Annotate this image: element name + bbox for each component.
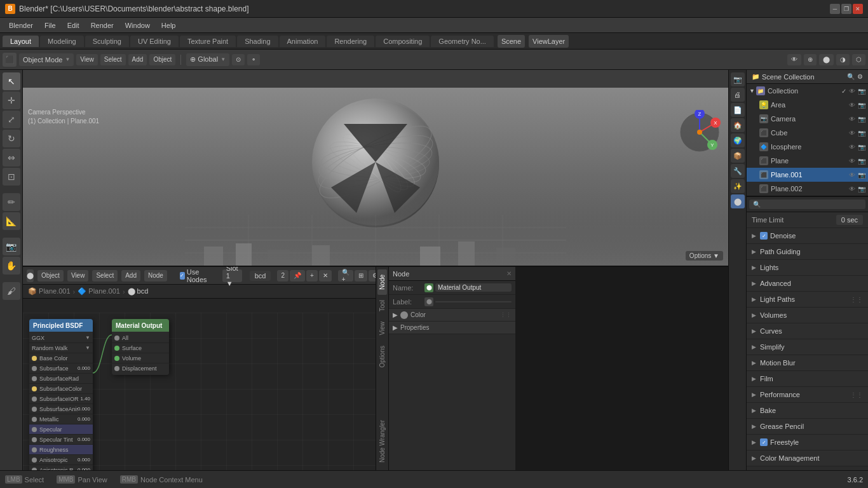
bake-header[interactable]: ▶ Bake (747, 403, 868, 418)
cube-eye[interactable]: 👁 (849, 130, 855, 137)
scale-tool[interactable]: ⇔ (3, 149, 20, 166)
path-guiding-header[interactable]: ▶ Path Guiding (747, 244, 868, 259)
np-color-section[interactable]: ▶ Color ⋮⋮ (389, 309, 515, 322)
tab-compositing[interactable]: Compositing (376, 36, 430, 47)
props-material-icon[interactable]: ⬤ (731, 194, 745, 208)
denoise-checkbox[interactable]: ✓ (760, 232, 768, 240)
outliner-item-cube[interactable]: ⬛ Cube 👁 📷 (747, 126, 868, 140)
np-color-settings-icon[interactable]: ⋮⋮ (500, 312, 512, 318)
camera-tool[interactable]: 📷 (3, 238, 20, 255)
side-tab-tool[interactable]: Tool (377, 295, 387, 316)
slot-dropdown[interactable]: Slot 1 ▼ (222, 269, 242, 282)
add-button[interactable]: Add (128, 54, 147, 65)
light-paths-header[interactable]: ▶ Light Paths ⋮⋮ (747, 292, 868, 307)
proportional-button[interactable]: ⚬ (247, 54, 260, 65)
props-output-icon[interactable]: 🖨 (731, 88, 745, 102)
curves-header[interactable]: ▶ Curves (747, 323, 868, 339)
breadcrumb-plane001[interactable]: 📦 Plane.001 (28, 287, 71, 295)
transform-tool[interactable]: ⊡ (3, 168, 20, 186)
props-object-icon[interactable]: 📦 (731, 149, 745, 163)
use-nodes-checkbox[interactable]: ✓ (180, 272, 185, 280)
hand-tool[interactable]: ✋ (3, 257, 20, 274)
cube-render[interactable]: 📷 (858, 130, 865, 137)
select-button[interactable]: Select (100, 54, 126, 65)
cursor-tool[interactable]: ✛ (3, 92, 20, 109)
outliner-filter[interactable]: 🔍 (847, 73, 855, 80)
annotate-tool[interactable]: ✏ (3, 193, 20, 211)
collection-eye[interactable]: 👁 (849, 88, 855, 95)
menu-edit[interactable]: Edit (62, 20, 85, 30)
ico-eye[interactable]: 👁 (849, 144, 855, 151)
rotate-tool[interactable]: ↻ (3, 130, 20, 147)
use-nodes-checkbox-row[interactable]: ✓ Use Nodes (180, 268, 210, 283)
snap-button[interactable]: ⊙ (232, 54, 245, 65)
side-tab-options[interactable]: Options (377, 341, 387, 372)
ne-settings[interactable]: ⚙ (369, 270, 376, 281)
outliner-item-camera[interactable]: 📷 Camera 👁 📷 (747, 112, 868, 126)
viewlayer-selector[interactable]: ViewLayer (529, 35, 569, 48)
wireframe-button[interactable]: ⬡ (852, 54, 865, 65)
outliner-settings[interactable]: ⚙ (857, 73, 863, 80)
freestyle-header[interactable]: ▶ ✓ Freestyle (747, 435, 868, 450)
grease-pencil-header[interactable]: ▶ Grease Pencil (747, 419, 868, 434)
volumes-header[interactable]: ▶ Volumes (747, 308, 868, 323)
menu-help[interactable]: Help (156, 20, 181, 30)
collection-vis-checkbox[interactable]: ✓ (841, 88, 846, 95)
props-modifier-icon[interactable]: 🔧 (731, 164, 745, 178)
tab-layout[interactable]: Layout (3, 36, 39, 47)
viewport-canvas[interactable]: Camera Perspective (1) Collection | Plan… (23, 88, 728, 266)
color-management-header[interactable]: ▶ Color Management (747, 451, 868, 466)
ne-add-button[interactable]: Add (121, 270, 140, 281)
np-properties-section[interactable]: ▶ Properties (389, 322, 515, 334)
side-tab-view[interactable]: View (377, 316, 387, 341)
outliner-item-plane[interactable]: ⬛ Plane 👁 📷 (747, 154, 868, 168)
menu-blender[interactable]: Blender (4, 20, 38, 30)
lights-header[interactable]: ▶ Lights (747, 260, 868, 275)
time-limit-value[interactable]: 0 sec (836, 215, 863, 225)
menu-window[interactable]: Window (120, 20, 155, 30)
viewport-shading[interactable]: ◑ (836, 54, 850, 65)
props-particles-icon[interactable]: ✨ (731, 179, 745, 193)
ne-grid[interactable]: ⊞ (355, 270, 367, 281)
outliner-item-area[interactable]: 💡 Area 👁 📷 (747, 98, 868, 112)
tab-texture-paint[interactable]: Texture Paint (180, 36, 236, 47)
plane002-eye[interactable]: 👁 (849, 186, 855, 193)
plane001-render[interactable]: 📷 (858, 172, 865, 179)
ne-object-button[interactable]: Object (37, 270, 64, 281)
mode-dropdown[interactable]: Object Mode ▼ (19, 53, 74, 66)
camera-render[interactable]: 📷 (858, 116, 865, 123)
outliner-item-icosphere[interactable]: 🔷 Icosphere 👁 📷 (747, 140, 868, 154)
motion-blur-header[interactable]: ▶ Motion Blur (747, 355, 868, 370)
shading-button[interactable]: ⬤ (819, 54, 834, 65)
plane-render[interactable]: 📷 (858, 158, 865, 165)
minimize-button[interactable]: ─ (830, 4, 840, 14)
measure-tool[interactable]: 📐 (3, 212, 20, 230)
side-tab-node[interactable]: Node (377, 269, 387, 295)
tab-modeling[interactable]: Modeling (40, 36, 84, 47)
overlay-button[interactable]: 👁 (787, 54, 801, 65)
material-pin[interactable]: 📌 (290, 270, 305, 281)
props-search-input[interactable] (763, 201, 862, 208)
tab-geometry-nodes[interactable]: Geometry No... (431, 36, 494, 47)
breadcrumb-plane001-2[interactable]: 🔷 Plane.001 (78, 287, 120, 295)
plane002-render[interactable]: 📷 (858, 186, 865, 193)
node-editor-type-icon[interactable]: ⬤ (27, 269, 34, 282)
outliner-item-plane002[interactable]: ⬛ Plane.002 👁 📷 (747, 182, 868, 196)
viewport-icon[interactable]: ⬛ (3, 53, 17, 67)
ne-node-button[interactable]: Node (144, 270, 167, 281)
plane-eye[interactable]: 👁 (849, 158, 855, 165)
tab-sculpting[interactable]: Sculpting (85, 36, 129, 47)
collection-render[interactable]: 📷 (858, 88, 865, 95)
denoise-header[interactable]: ▶ ✓ Denoise (747, 228, 868, 243)
node-props-close[interactable]: ✕ (506, 270, 512, 277)
ico-render[interactable]: 📷 (858, 144, 865, 151)
scene-selector[interactable]: Scene (498, 35, 525, 48)
props-scene-icon[interactable]: 🏠 (731, 118, 745, 132)
tab-rendering[interactable]: Rendering (327, 36, 374, 47)
plane001-eye[interactable]: 👁 (849, 172, 855, 179)
options-button[interactable]: Options ▼ (686, 251, 723, 261)
tab-uv-editing[interactable]: UV Editing (130, 36, 179, 47)
tab-shading[interactable]: Shading (237, 36, 278, 47)
np-name-field[interactable]: Material Output (435, 283, 512, 292)
light-paths-settings[interactable]: ⋮⋮ (850, 296, 863, 303)
